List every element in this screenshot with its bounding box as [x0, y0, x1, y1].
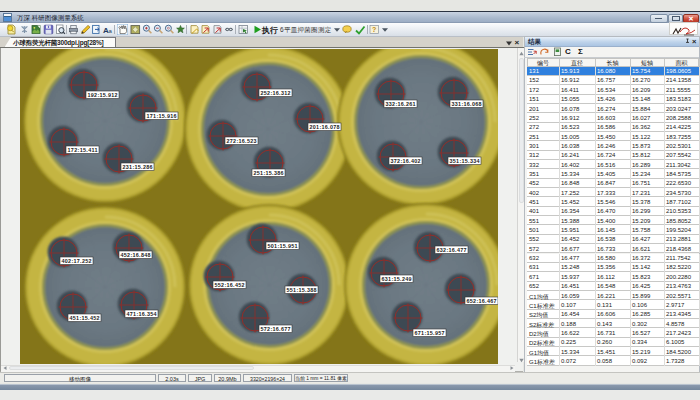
- svg-text:572:16.677: 572:16.677: [261, 325, 291, 331]
- svg-text:652:16.467: 652:16.467: [467, 297, 497, 303]
- svg-text:172:15.411: 172:15.411: [68, 146, 98, 152]
- svg-text:551:15.388: 551:15.388: [287, 286, 317, 292]
- svg-text:552:16.452: 552:16.452: [215, 281, 245, 287]
- svg-text:192:15.912: 192:15.912: [88, 91, 118, 97]
- svg-text:231:15.286: 231:15.286: [123, 163, 153, 169]
- svg-text:331:16.068: 331:16.068: [452, 100, 482, 106]
- svg-text:372:16.402: 372:16.402: [391, 157, 421, 163]
- svg-text:452:16.848: 452:16.848: [121, 251, 151, 257]
- svg-text:251:15.386: 251:15.386: [254, 169, 284, 175]
- svg-text:a: a: [108, 28, 112, 34]
- svg-text:632:16.477: 632:16.477: [437, 246, 467, 252]
- svg-text:631:15.249: 631:15.249: [382, 275, 412, 281]
- svg-text:351:15.334: 351:15.334: [450, 157, 480, 163]
- svg-text:171:15.916: 171:15.916: [147, 112, 177, 118]
- svg-text:332:16.261: 332:16.261: [386, 100, 416, 106]
- svg-text:201:16.078: 201:16.078: [310, 123, 340, 129]
- svg-text:671:15.957: 671:15.957: [415, 329, 445, 335]
- svg-text:402:17.252: 402:17.252: [62, 257, 92, 263]
- svg-text:501:15.951: 501:15.951: [268, 242, 298, 248]
- svg-text:252:16.312: 252:16.312: [261, 89, 291, 95]
- svg-text:451:15.452: 451:15.452: [70, 314, 100, 320]
- svg-text:?: ?: [372, 26, 376, 33]
- svg-text:272:16.523: 272:16.523: [227, 137, 257, 143]
- svg-text:471:16.354: 471:16.354: [127, 310, 157, 316]
